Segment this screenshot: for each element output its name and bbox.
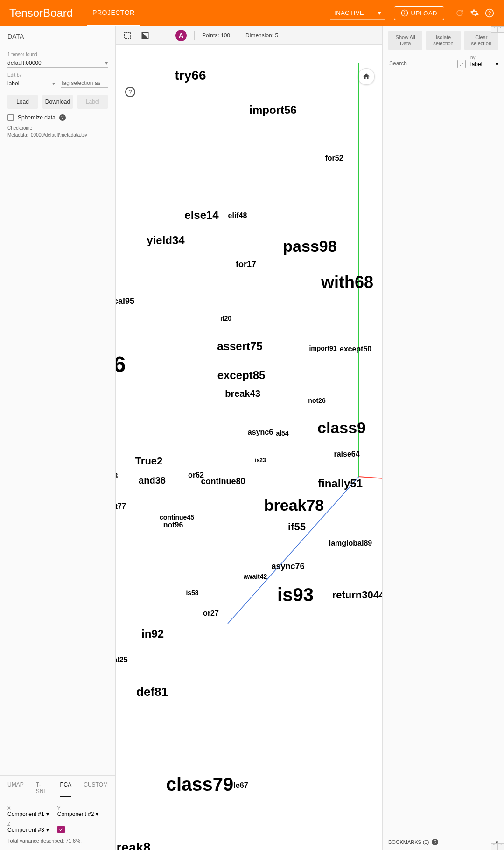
embedding-label[interactable]: elif48 — [228, 211, 247, 220]
metadata-label: Metadata: — [7, 133, 28, 138]
embedding-label[interactable]: is23 — [255, 457, 266, 464]
embedding-label[interactable]: finally51 — [318, 477, 363, 490]
embedding-label[interactable]: reak8 — [116, 840, 150, 850]
method-pca[interactable]: PCA — [60, 781, 72, 797]
embedding-label[interactable]: async76 — [271, 562, 304, 571]
contrast-icon[interactable] — [140, 30, 150, 41]
svg-rect-1 — [404, 13, 405, 15]
isolate-selection-button[interactable]: Isolate selection — [426, 31, 460, 50]
z-component-select[interactable]: Component #3▾ — [7, 827, 49, 833]
embedding-label[interactable]: in92 — [141, 627, 164, 640]
embedding-label[interactable]: class9 — [317, 419, 366, 437]
embedding-label[interactable]: or27 — [203, 609, 219, 618]
scroll-up-icon[interactable]: ˆ — [491, 26, 497, 33]
regex-toggle[interactable]: .* — [457, 60, 466, 68]
checkpoint-label: Checkpoint: — [7, 126, 108, 131]
sphereize-label: Sphereize data — [18, 114, 56, 121]
chevron-down-icon: ▾ — [105, 60, 108, 66]
app-logo: TensorBoard — [9, 7, 73, 20]
tag-selection-input[interactable] — [61, 78, 108, 88]
embedding-label[interactable]: is93 — [277, 584, 314, 605]
embedding-label[interactable]: yield34 — [147, 234, 184, 247]
search-input[interactable] — [388, 58, 453, 69]
info-icon[interactable]: ? — [59, 114, 66, 121]
embedding-label[interactable]: with68 — [321, 273, 373, 292]
embedding-label[interactable]: break43 — [225, 388, 260, 399]
tensor-select[interactable]: default:00000 ▾ — [7, 58, 108, 68]
embedding-label[interactable]: async6 — [248, 428, 273, 436]
chevron-down-icon: ▾ — [46, 827, 49, 833]
label-mode-badge[interactable]: A — [175, 30, 187, 41]
embedding-label[interactable]: True2 — [135, 455, 163, 467]
embedding-label[interactable]: not96 — [163, 521, 183, 529]
upload-button[interactable]: UPLOAD — [394, 6, 444, 20]
embedding-label[interactable]: 6 — [116, 351, 126, 377]
embedding-label[interactable]: al54 — [276, 429, 288, 437]
left-panel: DATA 1 tensor found default:00000 ▾ Edit… — [0, 26, 116, 850]
y-component-select[interactable]: Component #2▾ — [57, 811, 99, 817]
embedding-label[interactable]: and38 — [139, 475, 166, 486]
embedding-label[interactable]: al25 — [116, 656, 128, 664]
embedding-label[interactable]: if55 — [288, 521, 306, 533]
scroll-down-icon[interactable]: ˇ — [491, 843, 497, 850]
method-tsne[interactable]: T-SNE — [36, 781, 48, 797]
embedding-label[interactable]: 3 — [116, 472, 118, 480]
sphereize-checkbox[interactable]: Sphereize data ? — [7, 114, 108, 121]
embedding-label[interactable]: if20 — [220, 315, 231, 322]
embedding-label[interactable]: await42 — [244, 573, 267, 580]
embedding-label[interactable]: return3044 — [332, 589, 382, 601]
embedding-label[interactable]: pass98 — [283, 237, 336, 255]
embedding-label[interactable]: it77 — [116, 502, 126, 511]
embedding-label[interactable]: else14 — [184, 209, 218, 222]
embedding-label[interactable]: for52 — [325, 154, 343, 162]
dimension-count: Dimension: 5 — [245, 32, 278, 39]
edit-by-select[interactable]: label ▾ — [7, 78, 55, 88]
variance-text: Total variance described: 71.6%. — [7, 838, 108, 843]
help-icon[interactable]: ? — [484, 8, 495, 18]
embedding-label[interactable]: continue80 — [201, 477, 245, 486]
method-custom[interactable]: CUSTOM — [84, 781, 108, 797]
embedding-label[interactable]: continue45 — [160, 513, 194, 521]
z-checkbox[interactable] — [57, 826, 65, 833]
show-all-data-button[interactable]: Show All Data — [388, 31, 422, 50]
embedding-label[interactable]: import91 — [309, 344, 336, 352]
refresh-icon[interactable] — [455, 8, 465, 18]
x-component-select[interactable]: Component #1▾ — [7, 811, 49, 817]
embedding-label[interactable]: break78 — [264, 496, 324, 514]
embedding-label[interactable]: try66 — [175, 68, 206, 83]
chevron-down-icon: ▾ — [378, 9, 382, 16]
clear-selection-button[interactable]: Clear selection — [464, 31, 498, 50]
scroll-up-icon[interactable]: ˆ — [497, 26, 504, 33]
embedding-label[interactable]: def81 — [136, 685, 168, 699]
embedding-label[interactable]: for17 — [236, 260, 256, 269]
z-component-value: Component #3 — [7, 827, 44, 833]
download-button[interactable]: Download — [42, 95, 73, 109]
by-select[interactable]: label ▾ — [470, 60, 498, 69]
projector-canvas[interactable]: A Points: 100 Dimension: 5 ? try66import… — [116, 26, 383, 850]
gear-icon[interactable] — [469, 8, 480, 18]
select-box-icon[interactable] — [122, 30, 133, 41]
tab-projector[interactable]: PROJECTOR — [87, 0, 140, 26]
night-mode-icon[interactable] — [158, 30, 168, 41]
inactive-dropdown[interactable]: INACTIVE ▾ — [330, 7, 385, 20]
points-count: Points: 100 — [202, 32, 230, 39]
embedding-label[interactable]: except50 — [340, 345, 372, 353]
embedding-label[interactable]: except85 — [217, 369, 266, 382]
embedding-label[interactable]: not26 — [308, 397, 325, 404]
scroll-down-icon[interactable]: ˇ — [497, 843, 504, 850]
data-heading: DATA — [0, 26, 115, 47]
embedding-label[interactable]: import56 — [249, 104, 296, 117]
info-icon[interactable]: ? — [432, 839, 438, 845]
method-umap[interactable]: UMAP — [7, 781, 24, 797]
chevron-down-icon: ▾ — [96, 811, 98, 817]
metadata-path: 00000/default\metadata.tsv — [31, 133, 87, 138]
embedding-label[interactable]: le67 — [233, 781, 248, 790]
chevron-down-icon: ▾ — [52, 80, 55, 87]
embedding-label[interactable]: assert75 — [217, 340, 262, 353]
embedding-label[interactable]: is58 — [186, 589, 198, 597]
embedding-label[interactable]: ocal95 — [116, 296, 134, 306]
embedding-label[interactable]: class79 — [166, 774, 234, 795]
embedding-label[interactable]: lamglobal89 — [329, 539, 372, 548]
embedding-label[interactable]: raise64 — [334, 450, 359, 458]
load-button[interactable]: Load — [7, 95, 38, 109]
